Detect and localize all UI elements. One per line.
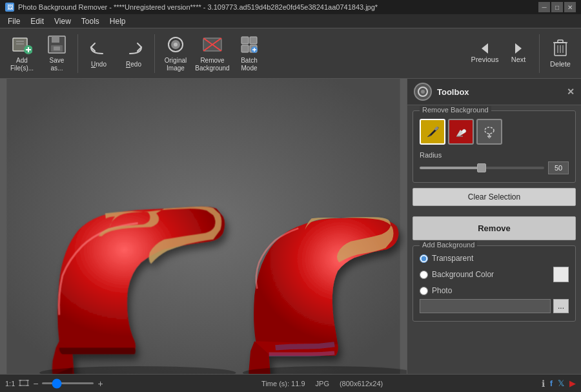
- menu-help[interactable]: Help: [105, 15, 131, 27]
- eraser-tool-button[interactable]: [448, 119, 474, 145]
- toolbox-header: Toolbox ✕: [407, 79, 581, 105]
- menu-tools[interactable]: Tools: [76, 15, 105, 27]
- delete-button[interactable]: Delete: [545, 32, 576, 76]
- bg-color-radio[interactable]: [420, 271, 428, 279]
- bg-color-radio-row: Background Color: [420, 267, 569, 282]
- transparent-radio[interactable]: [420, 254, 428, 263]
- photo-path-input[interactable]: [420, 299, 551, 313]
- twitter-icon[interactable]: 𝕏: [558, 378, 564, 388]
- add-files-button[interactable]: AddFile(s)...: [5, 32, 39, 76]
- toolbox-header-icon: [414, 83, 432, 101]
- clear-selection-button[interactable]: Clear Selection: [413, 188, 576, 206]
- svg-rect-17: [241, 37, 249, 44]
- svg-rect-8: [52, 36, 59, 43]
- close-button[interactable]: ✕: [564, 2, 576, 12]
- photo-radio-row: Photo: [420, 286, 569, 295]
- transparent-radio-row: Transparent: [420, 254, 569, 263]
- batch-mode-label: BatchMode: [241, 57, 258, 72]
- batch-mode-button[interactable]: BatchMode: [232, 32, 266, 76]
- status-right: ℹ f 𝕏 ▶: [542, 378, 576, 389]
- save-as-button[interactable]: Saveas...: [40, 32, 74, 76]
- fit-icon: [19, 379, 29, 388]
- delete-label: Delete: [550, 60, 571, 68]
- maximize-button[interactable]: □: [551, 2, 563, 12]
- remove-background-label: RemoveBackground: [195, 57, 229, 72]
- next-label: Next: [511, 56, 526, 63]
- browse-button[interactable]: ...: [553, 299, 569, 313]
- add-files-icon: [12, 34, 32, 55]
- time-status: Time (s): 11.9: [261, 380, 305, 387]
- status-center: Time (s): 11.9 JPG (800x612x24): [261, 380, 383, 387]
- photo-label: Photo: [432, 286, 452, 295]
- facebook-icon[interactable]: f: [550, 378, 553, 388]
- toolbar-separator-1: [77, 34, 78, 73]
- undo-button[interactable]: Undo: [82, 32, 116, 76]
- menu-edit[interactable]: Edit: [25, 15, 49, 27]
- delete-icon: [553, 39, 568, 58]
- window-controls: ─ □ ✕: [538, 2, 576, 12]
- bg-color-swatch[interactable]: [553, 267, 569, 282]
- radius-label: Radius: [420, 151, 569, 159]
- bg-color-label: Background Color: [432, 270, 494, 279]
- svg-rect-26: [558, 40, 563, 43]
- remove-button-wrapper: Remove: [413, 216, 576, 240]
- original-image-button[interactable]: OriginalImage: [159, 32, 192, 76]
- window-title: Photo Background Remover - ****Unregiste…: [18, 3, 378, 11]
- toolbox-title: Toolbox: [437, 87, 469, 97]
- shoes-canvas: [0, 79, 407, 374]
- original-image-label: OriginalImage: [165, 57, 187, 72]
- add-files-label: AddFile(s)...: [10, 57, 34, 72]
- minimize-button[interactable]: ─: [538, 2, 550, 12]
- next-button[interactable]: Next: [503, 32, 534, 76]
- tool-buttons-row: [420, 119, 569, 145]
- next-arrow-icon: [515, 43, 522, 54]
- photo-radio[interactable]: [420, 287, 428, 295]
- undo-icon: [88, 38, 109, 59]
- radius-slider[interactable]: [420, 167, 544, 169]
- add-background-section: Add Background Transparent Background Co…: [413, 245, 576, 322]
- remove-background-icon: [202, 34, 223, 55]
- toolbar-separator-2: [154, 34, 155, 73]
- status-left: 1:1 − +: [5, 378, 103, 389]
- batch-mode-icon: [239, 34, 260, 55]
- zoom-slider[interactable]: [42, 382, 94, 384]
- redo-icon: [123, 38, 144, 59]
- previous-button[interactable]: Previous: [469, 32, 500, 76]
- lasso-tool-button[interactable]: [476, 119, 502, 145]
- radius-input[interactable]: 50: [548, 161, 569, 174]
- transparent-label: Transparent: [432, 254, 473, 263]
- undo-label: Undo: [91, 61, 107, 68]
- marker-tool-button[interactable]: [420, 119, 445, 145]
- zoom-level: 1:1: [5, 380, 15, 387]
- info-icon[interactable]: ℹ: [542, 378, 545, 389]
- menu-view[interactable]: View: [49, 15, 76, 27]
- radius-row: 50: [420, 161, 569, 174]
- menu-file[interactable]: File: [3, 15, 25, 27]
- remove-background-button[interactable]: RemoveBackground: [194, 32, 231, 76]
- status-bar: 1:1 − + Time (s): 11.9 JPG (800x612x24) …: [0, 374, 581, 392]
- svg-point-34: [421, 90, 425, 94]
- redo-label: Redo: [126, 61, 141, 68]
- menu-bar: File Edit View Tools Help: [0, 14, 581, 28]
- redo-button[interactable]: Redo: [117, 32, 150, 76]
- photo-input-row: ...: [420, 299, 569, 313]
- svg-point-13: [174, 43, 178, 46]
- remove-button[interactable]: Remove: [413, 216, 576, 240]
- previous-arrow-icon: [482, 43, 488, 54]
- toolbox-panel: Toolbox ✕ Remove Background: [407, 79, 581, 374]
- svg-rect-18: [250, 37, 257, 44]
- svg-rect-37: [20, 380, 28, 386]
- save-as-label: Saveas...: [50, 57, 65, 72]
- youtube-icon[interactable]: ▶: [569, 378, 576, 388]
- previous-label: Previous: [471, 56, 499, 63]
- title-bar: 🖼 Photo Background Remover - ****Unregis…: [0, 0, 581, 14]
- svg-point-36: [485, 127, 494, 134]
- remove-bg-section-title: Remove Background: [420, 106, 491, 114]
- dimensions-status: (800x612x24): [340, 380, 383, 387]
- canvas-area[interactable]: [0, 79, 407, 374]
- clear-selection-wrapper: Clear Selection: [413, 188, 576, 211]
- toolbox-close-button[interactable]: ✕: [567, 87, 575, 97]
- toolbar-separator-3: [539, 34, 540, 73]
- main-area: Toolbox ✕ Remove Background: [0, 79, 581, 374]
- save-as-icon: [46, 34, 67, 55]
